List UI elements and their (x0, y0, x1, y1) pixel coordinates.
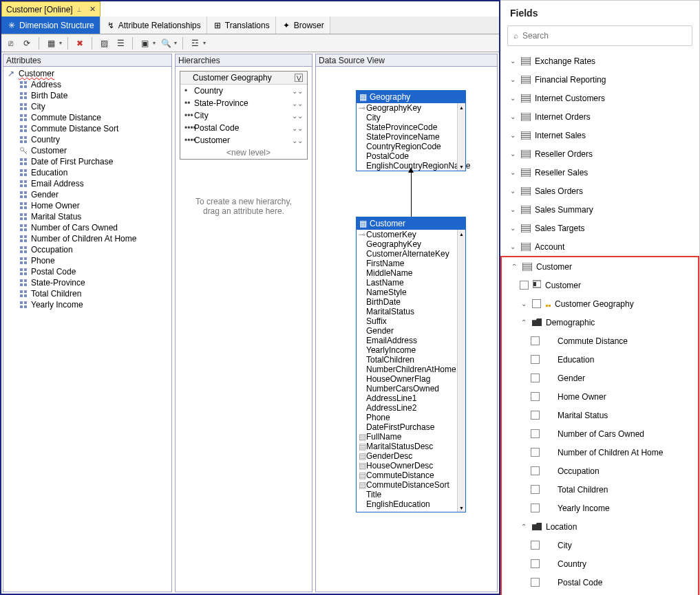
scrollbar[interactable]: ▲ ▼ (457, 103, 465, 171)
add-bi-icon[interactable]: ⎚ (4, 37, 17, 50)
field-customer-geography[interactable]: ⌄ Customer Geography (502, 294, 698, 313)
field-item[interactable]: Number of Children At Home (502, 443, 698, 462)
field-table-customer[interactable]: ⌃ Customer (502, 257, 698, 276)
checkbox[interactable] (531, 392, 540, 401)
attribute-item[interactable]: Number of Children At Home (5, 233, 170, 244)
attribute-item[interactable]: Yearly Income (5, 299, 170, 310)
hierarchy-new-level[interactable]: <new level> (180, 147, 307, 159)
dsv-table-header-customer[interactable]: ▦ Customer (357, 217, 465, 230)
field-table[interactable]: ⌄Internet Orders (500, 107, 699, 126)
chevron-up-icon[interactable]: ⌃ (520, 318, 528, 326)
checkbox[interactable] (531, 374, 540, 382)
dsv-column[interactable]: FirstName (357, 259, 457, 268)
attribute-item[interactable]: Country (5, 134, 170, 145)
scroll-up-icon[interactable]: ▲ (458, 230, 465, 238)
field-item[interactable]: Total Children (502, 480, 698, 499)
attribute-item[interactable]: City (5, 101, 170, 112)
dsv-column[interactable]: EnglishEducation (357, 499, 457, 509)
dsv-table-geography[interactable]: ▦ Geography GeographyKeyCityStateProvinc… (356, 90, 466, 171)
delete-icon[interactable]: ✖ (74, 37, 86, 50)
checkbox[interactable] (531, 411, 540, 420)
chevron-up-icon[interactable]: ⌃ (520, 523, 528, 530)
chevron-down-icon[interactable]: ⌄ (520, 300, 528, 307)
hierarchy-level[interactable]: ••State-Province⌄⌄ (180, 97, 307, 109)
chevron-down-icon[interactable]: ⌄⌄ (292, 112, 303, 120)
dsv-column[interactable]: YearlyIncome (357, 345, 457, 355)
search-input[interactable] (522, 31, 686, 41)
chevron-up-icon[interactable]: ⌃ (510, 263, 518, 270)
attribute-item[interactable]: Phone (5, 255, 170, 266)
attribute-item[interactable]: Commute Distance (5, 112, 170, 123)
fields-search[interactable]: ⌕ (507, 25, 692, 46)
field-item[interactable]: State-Province (502, 592, 698, 595)
checkbox[interactable] (531, 504, 540, 512)
dsv-column[interactable]: NameStyle (357, 288, 457, 297)
attributes-root[interactable]: ↗ Customer (5, 68, 170, 79)
dsv-column[interactable]: GeographyKey (357, 239, 457, 249)
dropdown-icon[interactable]: ▾ (59, 40, 62, 46)
tab-attribute-relationships[interactable]: ↯ Attribute Relationships (100, 17, 207, 34)
writeback-icon[interactable]: ☲ (189, 37, 201, 50)
field-item[interactable]: Number of Cars Owned (502, 424, 698, 443)
dsv-column[interactable]: EmailAddress (357, 336, 457, 345)
chevron-down-icon[interactable]: ⌄ (509, 76, 517, 83)
dsv-column[interactable]: Title (357, 490, 457, 499)
dropdown-icon[interactable]: ▾ (153, 40, 156, 46)
hierarchy-level[interactable]: ••••Postal Code⌄⌄ (180, 122, 307, 134)
field-table[interactable]: ⌄Internet Sales (500, 126, 699, 144)
field-item[interactable]: Postal Code (502, 573, 698, 592)
attribute-item[interactable]: State-Province (5, 277, 170, 288)
dsv-column[interactable]: CustomerAlternateKey (357, 249, 457, 259)
checkbox[interactable] (531, 448, 540, 457)
find-table-icon[interactable]: ▣ (138, 37, 151, 50)
dsv-table-customer[interactable]: ▦ Customer CustomerKeyGeographyKeyCustom… (356, 217, 466, 512)
chevron-down-icon[interactable]: ⌄⌄ (292, 137, 303, 144)
process-icon[interactable]: ⟳ (21, 37, 33, 50)
attribute-item[interactable]: Postal Code (5, 266, 170, 277)
attribute-item[interactable]: Email Address (5, 178, 170, 189)
scroll-down-icon[interactable]: ▼ (458, 162, 465, 171)
field-table[interactable]: ⌄Sales Targets (500, 219, 699, 237)
hierarchy-box[interactable]: Customer Geography ⋁ •Country⌄⌄••State-P… (180, 71, 308, 160)
field-table[interactable]: ⌄Sales Orders (500, 182, 699, 200)
checkbox[interactable] (532, 299, 541, 308)
folder-demographic[interactable]: ⌃ Demographic (502, 313, 698, 332)
dsv-column[interactable]: CustomerKey (357, 230, 457, 239)
tab-dimension-structure[interactable]: ✳ Dimension Structure (1, 17, 100, 34)
dsv-column[interactable]: CountryRegionCode (357, 142, 457, 151)
hierarchy-level[interactable]: ••••Customer⌄⌄ (180, 134, 307, 147)
field-item[interactable]: City (502, 536, 698, 554)
field-table[interactable]: ⌄Account (500, 237, 699, 256)
tab-browser[interactable]: ✦ Browser (276, 17, 330, 34)
dsv-column[interactable]: NumberChildrenAtHome (357, 365, 457, 374)
checkbox[interactable] (531, 559, 540, 568)
dsv-column[interactable]: PostalCode (357, 151, 457, 161)
chevron-down-icon[interactable]: ⌄ (509, 243, 517, 250)
checkbox[interactable] (531, 541, 540, 550)
dropdown-icon[interactable]: ▾ (174, 40, 177, 46)
dsv-column[interactable]: Gender (357, 326, 457, 336)
field-table[interactable]: ⌄Exchange Rates (500, 52, 699, 70)
checkbox[interactable] (531, 578, 540, 587)
field-item[interactable]: Country (502, 554, 698, 573)
dsv-column[interactable]: CommuteDistanceSort (357, 480, 457, 490)
attribute-item[interactable]: Education (5, 167, 170, 178)
field-item[interactable]: Gender (502, 369, 698, 387)
scrollbar[interactable]: ▲ ▼ (457, 230, 465, 512)
document-tab-customer[interactable]: Customer [Online] ⟂ ✕ (1, 1, 100, 17)
dsv-column[interactable]: FullName (357, 432, 457, 442)
field-table[interactable]: ⌄Reseller Sales (500, 163, 699, 182)
field-item[interactable]: Home Owner (502, 387, 698, 406)
dsv-column[interactable]: TotalChildren (357, 355, 457, 365)
pin-icon[interactable]: ⟂ (77, 6, 81, 13)
dsv-column[interactable]: StateProvinceName (357, 132, 457, 142)
chevron-down-icon[interactable]: ⌄⌄ (292, 100, 303, 107)
tab-translations[interactable]: ⊞ Translations (207, 17, 276, 34)
chevron-down-icon[interactable]: ⌄ (509, 169, 517, 176)
dsv-column[interactable]: BirthDate (357, 297, 457, 307)
attribute-item[interactable]: Home Owner (5, 200, 170, 211)
close-icon[interactable]: ✕ (89, 5, 96, 14)
dsv-column[interactable]: DateFirstPurchase (357, 422, 457, 432)
view-icon[interactable]: ▦ (45, 37, 57, 50)
dsv-column[interactable]: HouseOwnerDesc (357, 461, 457, 470)
